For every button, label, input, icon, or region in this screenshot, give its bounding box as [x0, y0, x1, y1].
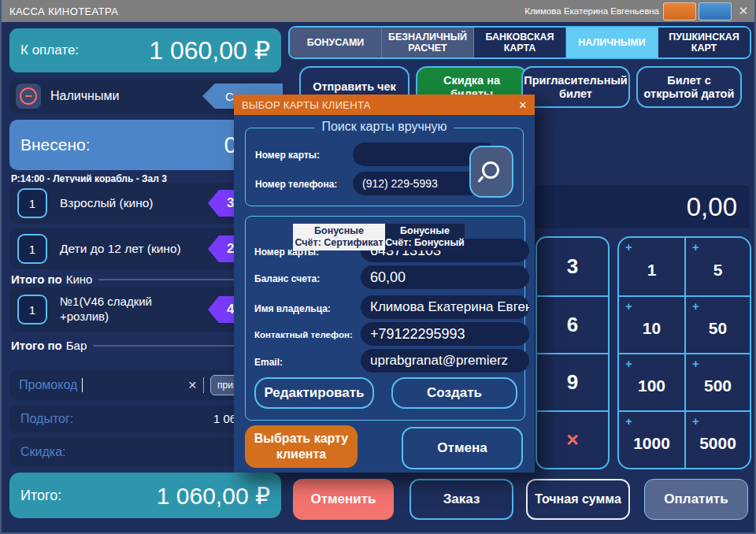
dialog-title: ВЫБОР КАРТЫ КЛИЕНТА: [242, 99, 371, 111]
discount-label: Скидка:: [20, 445, 66, 459]
item-name: Взрослый (кино): [60, 196, 154, 210]
quick-add-100[interactable]: +100: [619, 353, 684, 410]
order-button[interactable]: Заказ: [410, 479, 513, 520]
cashier-name: Климова Екатерина Евгеньевна: [524, 6, 659, 16]
plus-icon: +: [692, 299, 699, 313]
item-name: Дети до 12 лет (кино): [60, 242, 181, 256]
blue-theme-button[interactable]: [699, 2, 732, 20]
numpad-column: 3 6 9 ✕: [536, 236, 610, 469]
keypad-digit-9[interactable]: 9: [537, 353, 608, 410]
to-pay-label: К оплате:: [20, 43, 79, 58]
cancel-order-button[interactable]: Отменить: [293, 479, 394, 520]
plus-icon: +: [692, 414, 699, 428]
email-value[interactable]: uprabgranat@premierz: [361, 349, 529, 373]
balance-label: Баланс счета:: [254, 273, 320, 284]
dialog-cancel-button[interactable]: Отмена: [402, 427, 523, 469]
keypad-digit-3[interactable]: 3: [537, 238, 608, 295]
orange-theme-button[interactable]: [663, 2, 696, 20]
quick-add-500[interactable]: +500: [684, 353, 750, 410]
dialog-close-icon[interactable]: ✕: [516, 95, 530, 115]
promo-clear-icon[interactable]: ✕: [187, 379, 197, 391]
balance-value[interactable]: 60,00: [361, 265, 529, 289]
exact-amount-button[interactable]: Точная сумма: [526, 479, 630, 520]
pay-button[interactable]: Оплатить: [644, 479, 748, 520]
quick-add-5000[interactable]: +5000: [684, 410, 750, 468]
email-label: Email:: [254, 357, 283, 368]
received-label: Внесено:: [20, 135, 91, 154]
window-close-icon[interactable]: ✕: [736, 0, 751, 22]
edit-card-button[interactable]: Редактировать: [254, 377, 374, 409]
search-card-button[interactable]: [469, 146, 513, 198]
quick-add-5[interactable]: +5: [684, 238, 750, 295]
qty-badge[interactable]: 1: [17, 188, 47, 218]
total-label: Итого:: [20, 488, 61, 504]
contact-phone-value[interactable]: +79122295993: [361, 322, 529, 346]
app-title: КАССА КИНОТЕАТРА: [9, 6, 118, 17]
subtotal-category: Кино: [66, 273, 93, 286]
phone-search-label: Номер телефона:: [255, 179, 337, 190]
create-card-button[interactable]: Создать: [391, 377, 517, 409]
search-icon-handle: [477, 176, 484, 183]
payment-method-tabs: БОНУСАМИ БЕЗНАЛИЧНЫЙ РАСЧЕТ БАНКОВСКАЯ К…: [288, 26, 751, 59]
search-icon: [482, 161, 499, 179]
tab-pushkin-card[interactable]: ПУШКИНСКАЯ КАРТ: [658, 28, 750, 57]
total-value: 1 060,00 ₽: [157, 482, 270, 510]
titlebar: КАССА КИНОТЕАТРА Климова Екатерина Евген…: [2, 0, 756, 22]
plus-icon: +: [625, 240, 632, 254]
text-cursor: [82, 378, 83, 392]
plus-icon: +: [692, 240, 699, 254]
card-selection-dialog: ВЫБОР КАРТЫ КЛИЕНТА ✕ Поиск карты вручну…: [234, 95, 535, 473]
dialog-header[interactable]: ВЫБОР КАРТЫ КЛИЕНТА ✕: [234, 95, 535, 115]
subtotal-prefix: Итого по: [11, 273, 62, 286]
remove-payment-icon[interactable]: [16, 83, 41, 109]
subtotal-label: Подытог:: [20, 412, 73, 426]
subtotal-category: Бар: [66, 339, 87, 352]
quick-add-1[interactable]: +1: [619, 238, 684, 295]
qty-badge[interactable]: 1: [17, 234, 47, 264]
to-pay-box: К оплате: 1 060,00 ₽: [9, 28, 281, 72]
card-number-label: Номер карты:: [255, 150, 320, 161]
quick-add-50[interactable]: +50: [684, 295, 750, 353]
pos-window: КАССА КИНОТЕАТРА Климова Екатерина Евген…: [0, 0, 756, 534]
invite-ticket-button[interactable]: Пригласительный билет: [521, 66, 630, 108]
quick-add-1000[interactable]: +1000: [619, 410, 684, 468]
manual-search-legend: Поиск карты вручную: [314, 120, 454, 134]
owner-value[interactable]: Климова Екатерина Евгеньевна: [361, 295, 529, 319]
quick-add-grid: +1 +5 +10 +50 +100 +500 +1000 +5000: [617, 236, 751, 469]
dialog-body: Поиск карты вручную Номер карты: Номер т…: [234, 115, 535, 473]
divider: [203, 377, 204, 393]
owner-label: Имя владельца:: [254, 303, 331, 314]
plus-icon: +: [625, 414, 632, 428]
keypad-clear-button[interactable]: ✕: [537, 410, 608, 468]
subtotal-prefix: Итого по: [11, 339, 62, 352]
contact-phone-label: Контактный телефон:: [254, 330, 353, 339]
manual-search-group: Поиск карты вручную Номер карты: Номер т…: [245, 128, 524, 206]
amount-display: 0,00: [535, 185, 750, 228]
tab-certificate-account[interactable]: БонусныеСчёт: Сертификат: [293, 224, 385, 250]
tab-bonus-account[interactable]: БонусныеСчёт: Бонусный: [385, 224, 465, 250]
open-date-ticket-button[interactable]: Билет с открытой датой: [636, 66, 742, 108]
tab-bank-card[interactable]: БАНКОВСКАЯ КАРТА: [474, 28, 566, 57]
tab-cash-active[interactable]: НАЛИЧНЫМИ: [566, 28, 658, 57]
plus-icon: +: [692, 357, 699, 370]
cash-method-label: Наличными: [50, 89, 119, 103]
keypad-digit-6[interactable]: 6: [537, 295, 608, 353]
promo-input[interactable]: Промокод: [19, 378, 77, 392]
tab-bonus[interactable]: БОНУСАМИ: [290, 28, 382, 57]
item-name: №1(V46 сладкий +розлив): [60, 295, 182, 324]
plus-icon: +: [625, 299, 632, 313]
total-box: Итого: 1 060,00 ₽: [9, 473, 281, 518]
tab-cashless[interactable]: БЕЗНАЛИЧНЫЙ РАСЧЕТ: [382, 28, 474, 57]
to-pay-value: 1 060,00 ₽: [149, 35, 270, 65]
quick-add-10[interactable]: +10: [619, 295, 684, 353]
plus-icon: +: [625, 357, 632, 370]
qty-badge[interactable]: 1: [17, 295, 47, 324]
select-card-button[interactable]: Выбрать карту клиента: [245, 425, 358, 468]
